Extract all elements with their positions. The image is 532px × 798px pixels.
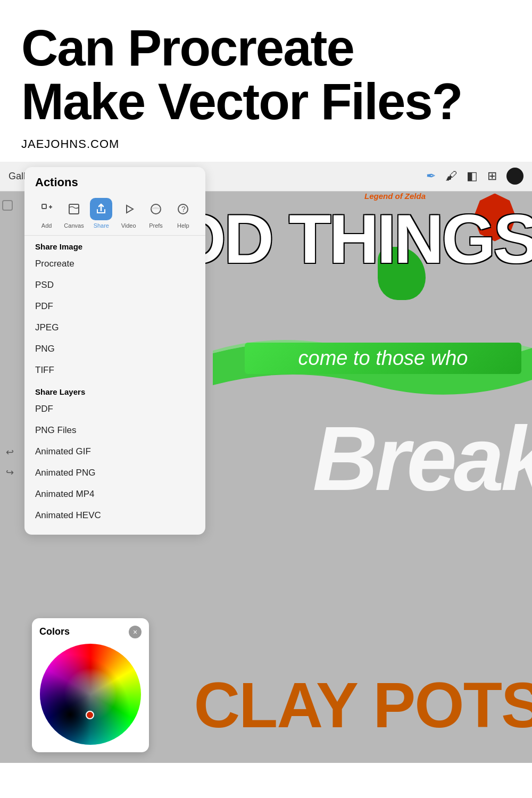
svg-rect-0 [42,204,46,209]
redo-button[interactable]: ↪ [2,465,17,480]
menu-item-animated-gif[interactable]: Animated GIF [24,441,205,462]
help-action[interactable]: ? Help [172,198,194,229]
header-section: Can Procreate Make Vector Files? JAEJOHN… [0,0,532,162]
video-icon-box [118,198,140,220]
undo-button[interactable]: ↩ [2,445,17,460]
actions-panel: Actions Add [24,167,205,535]
toolbar-right: ✒ 🖌 ◧ ⊞ [426,168,523,185]
canvas-icon-box [63,198,85,220]
checkbox-area [2,192,13,219]
prefs-icon [149,203,162,215]
menu-item-pdf-image[interactable]: PDF [24,296,205,317]
brush-icon[interactable]: 🖌 [445,169,457,183]
break-text: Break [312,406,532,511]
menu-item-animated-hevc[interactable]: Animated HEVC [24,505,205,526]
menu-item-procreate[interactable]: Procreate [24,253,205,275]
colors-title: Colors [39,626,70,637]
menu-item-pdf-layers[interactable]: PDF [24,398,205,420]
help-icon-box: ? [172,198,194,220]
svg-rect-3 [69,204,79,214]
site-url: JAEJOHNS.COM [21,137,511,151]
prefs-action[interactable]: Prefs [145,198,167,229]
share-image-header: Share Image [24,236,205,253]
menu-item-png-files[interactable]: PNG Files [24,420,205,441]
colors-close-button[interactable]: × [129,626,142,638]
layers-icon[interactable]: ⊞ [487,169,497,183]
svg-marker-4 [127,205,133,213]
menu-item-psd[interactable]: PSD [24,275,205,296]
add-icon-box [36,198,58,220]
pen-icon[interactable]: ✒ [426,169,436,183]
color-swatch[interactable] [506,168,523,185]
clay-pots-text: CLAY POTS [194,668,532,742]
share-label: Share [94,222,109,229]
video-icon [122,203,135,215]
video-action[interactable]: Video [118,198,140,229]
undo-redo-area: ↩ ↪ [0,440,19,484]
prefs-label: Prefs [149,222,163,229]
svg-text:?: ? [181,205,186,213]
actions-title: Actions [24,176,205,196]
add-action[interactable]: Add [36,198,58,229]
menu-item-animated-mp4[interactable]: Animated MP4 [24,484,205,505]
menu-item-animated-png[interactable]: Animated PNG [24,462,205,484]
ribbon-text: come to those who [245,343,521,374]
actions-icons-row: Add Canvas [24,196,205,236]
zelda-label: Legend of Zelda [364,192,426,201]
eraser-icon[interactable]: ◧ [467,169,478,183]
color-wheel[interactable] [40,644,141,745]
canvas-action[interactable]: Canvas [63,198,85,229]
checkbox-1[interactable] [2,200,13,211]
canvas-icon [68,203,80,215]
help-icon: ? [177,203,189,215]
share-layers-header: Share Layers [24,381,205,398]
share-icon-box [90,198,112,220]
main-title: Can Procreate Make Vector Files? [21,21,511,129]
color-picker-indicator [86,711,94,719]
share-icon [95,203,107,215]
menu-item-png[interactable]: PNG [24,338,205,360]
video-label: Video [121,222,136,229]
help-label: Help [177,222,189,229]
color-wheel-dark [40,644,141,745]
add-label: Add [41,222,52,229]
prefs-icon-box [145,198,167,220]
menu-item-tiff[interactable]: TIFF [24,360,205,381]
canvas-label: Canvas [64,222,84,229]
colors-panel: Colors × [32,618,149,752]
app-section: Gallery 🔧 ✦ S ↗ ✒ 🖌 ◧ ⊞ OOD THINGS come … [0,162,532,763]
share-action[interactable]: Share [90,198,112,229]
menu-item-jpeg[interactable]: JPEG [24,317,205,338]
colors-header: Colors × [39,626,142,638]
add-icon [40,203,53,215]
